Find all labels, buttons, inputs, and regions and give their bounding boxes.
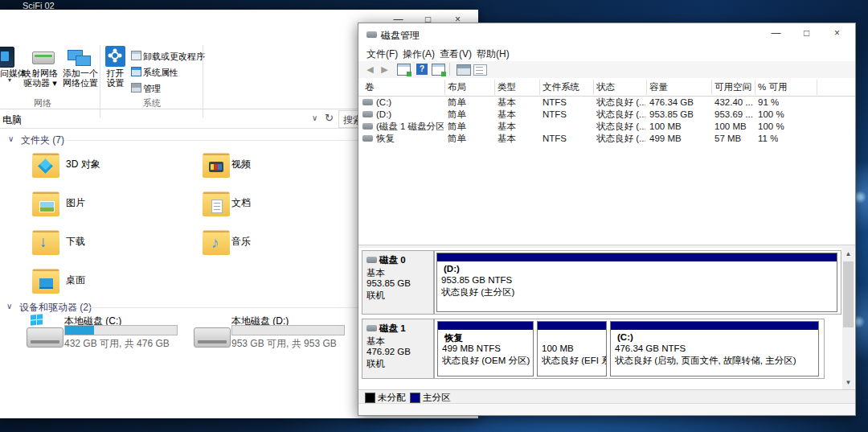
partition-d[interactable]: (D:) 953.85 GB NTFS 状态良好 (主分区) [436, 253, 837, 312]
open-settings-button[interactable] [105, 46, 125, 67]
dm-menubar: 文件(F) 操作(A) 查看(V) 帮助(H) [358, 45, 855, 61]
menu-help[interactable]: 帮助(H) [473, 47, 513, 62]
disk1-label-panel[interactable]: 磁盘 1 基本 476.92 GB 联机 [362, 319, 434, 379]
folder-label: 下载 [66, 235, 85, 249]
system-properties-button[interactable] [131, 67, 141, 76]
console-icon[interactable] [457, 64, 471, 76]
col-status[interactable]: 状态 [596, 80, 615, 95]
folder-icon [32, 155, 59, 178]
address-breadcrumb[interactable]: 电脑 [2, 113, 22, 127]
drive-tile-c[interactable]: 本地磁盘 (C:) 432 GB 可用, 共 476 GB [27, 314, 203, 359]
folder-icon [32, 194, 59, 216]
scroll-down-icon[interactable]: ▼ [842, 376, 854, 389]
folder-tile-pictures[interactable]: 图片 [32, 194, 193, 223]
chevron-down-icon: ▾ [8, 76, 11, 84]
folder-label: 视频 [231, 158, 251, 171]
gear-icon [105, 46, 125, 67]
system-properties-label[interactable]: 系统属性 [143, 67, 178, 79]
col-free-space[interactable]: 可用空间 [714, 80, 751, 95]
folders-section-title[interactable]: 文件夹 (7) [21, 134, 64, 147]
ribbon-separator [100, 45, 100, 117]
partition-recovery[interactable]: 恢复 499 MB NTFS 状态良好 (OEM 分区) [437, 321, 534, 376]
graphical-scrollbar[interactable]: ▲ ▼ [842, 248, 854, 389]
dm-minimize-button[interactable]: — [761, 26, 791, 41]
partition-efi[interactable]: 100 MB 状态良好 (EFI 系统 [537, 321, 607, 376]
monitor-icon [39, 278, 53, 289]
menu-file[interactable]: 文件(F) [363, 47, 401, 62]
ribbon-group-system: 系统 [129, 97, 175, 109]
devices-collapse-icon[interactable]: ∨ [6, 302, 12, 311]
uninstall-programs-label[interactable]: 卸载或更改程序 [143, 51, 205, 63]
legend-swatch-unallocated [365, 393, 375, 403]
scrollbar-thumb[interactable] [843, 261, 854, 327]
manage-icon [131, 83, 141, 93]
disk0-label-panel[interactable]: 磁盘 0 基本 953.85 GB 联机 [362, 250, 434, 315]
menu-view[interactable]: 查看(V) [436, 47, 475, 62]
manage-button[interactable] [131, 83, 141, 93]
folders-collapse-icon[interactable]: ∨ [8, 134, 14, 143]
volume-row[interactable]: (C:) 简单 基本 NTFS 状态良好 (... 476.34 GB 432.… [358, 97, 855, 109]
uninstall-programs-button[interactable] [131, 51, 141, 60]
folder-tile-desktop[interactable]: 桌面 [32, 271, 193, 300]
map-network-drive-label2[interactable]: 驱动器 ▾ [19, 77, 61, 89]
forward-icon[interactable]: ▶ [378, 63, 391, 76]
help-icon[interactable]: ? [416, 64, 428, 75]
access-media-button[interactable] [0, 47, 14, 68]
col-type[interactable]: 类型 [497, 80, 516, 95]
properties-icon[interactable] [473, 64, 487, 76]
volume-row[interactable]: (磁盘 1 磁盘分区 2) 简单 基本 状态良好 (... 100 MB 100… [358, 121, 855, 133]
folder-tile-downloads[interactable]: ↓ 下载 [32, 232, 193, 261]
folder-tile-music[interactable]: ♪ 音乐 [203, 232, 355, 261]
dm-window-title: 磁盘管理 [381, 29, 420, 43]
graphical-view-icon[interactable] [432, 64, 445, 76]
col-layout[interactable]: 布局 [448, 80, 466, 95]
dm-close-button[interactable]: × [822, 26, 852, 41]
windows-flag-icon [31, 314, 43, 326]
legend-label-unallocated: 未分配 [378, 392, 406, 404]
add-network-location-button[interactable] [68, 48, 92, 68]
volume-icon [362, 135, 373, 142]
col-filesystem[interactable]: 文件系统 [542, 80, 579, 95]
system-properties-icon [131, 67, 141, 76]
list-view-icon[interactable] [397, 64, 411, 76]
capacity-bar [64, 325, 178, 335]
folder-icon [203, 194, 230, 216]
devices-section-title[interactable]: 设备和驱动器 (2) [19, 301, 92, 315]
map-network-drive-button[interactable] [32, 51, 55, 64]
folder-tile-documents[interactable]: 文档 [203, 194, 355, 223]
folder-label: 音乐 [231, 235, 251, 249]
toolbar-separator [449, 63, 450, 76]
partition-color-bar [437, 253, 837, 261]
folder-label: 文档 [231, 196, 251, 210]
col-capacity[interactable]: 容量 [649, 80, 668, 95]
col-volume[interactable]: 卷 [365, 80, 375, 95]
manage-label[interactable]: 管理 [143, 83, 161, 95]
back-icon[interactable]: ◀ [363, 63, 377, 76]
disk1-partition-area: 恢复 499 MB NTFS 状态良好 (OEM 分区) 100 MB 状态良好… [434, 319, 825, 379]
drive-detail: 432 GB 可用, 共 476 GB [64, 337, 170, 351]
uninstall-icon [131, 51, 141, 60]
volume-icon [362, 111, 373, 117]
menu-action[interactable]: 操作(A) [399, 47, 438, 62]
folder-tile-videos[interactable]: 视频 [203, 155, 355, 184]
volume-row[interactable]: 恢复 简单 基本 NTFS 状态良好 (... 499 MB 57 MB 11 … [358, 133, 855, 145]
folder-label: 桌面 [66, 274, 85, 287]
folder-tile-3d-objects[interactable]: 3D 对象 [32, 155, 193, 184]
partition-color-bar [438, 322, 533, 330]
download-arrow-icon: ↓ [39, 233, 47, 251]
ribbon-separator-2 [203, 45, 203, 117]
drive-detail: 953 GB 可用, 共 953 GB [231, 337, 337, 351]
volume-row[interactable]: (D:) 简单 基本 NTFS 状态良好 (... 953.85 GB 953.… [358, 109, 855, 121]
folder-label: 图片 [66, 196, 85, 210]
volume-list: 卷 布局 类型 文件系统 状态 容量 可用空间 % 可用 (C:) 简单 基本 … [358, 78, 855, 245]
folder-icon: ↓ [32, 232, 59, 255]
scroll-up-icon[interactable]: ▲ [842, 248, 854, 261]
partition-c[interactable]: (C:) 476.34 GB NTFS 状态良好 (启动, 页面文件, 故障转储… [610, 321, 819, 376]
drive-tile-d[interactable]: 本地磁盘 (D:) 953 GB 可用, 共 953 GB [194, 314, 371, 359]
dm-status-strip [358, 403, 855, 415]
refresh-icon[interactable]: ↻ [325, 112, 334, 124]
dm-titlebar[interactable]: 磁盘管理 — □ × [358, 23, 855, 45]
dm-maximize-button[interactable]: □ [792, 26, 821, 41]
address-chevron-icon[interactable]: ∨ [312, 113, 317, 122]
col-percent-free[interactable]: % 可用 [758, 80, 787, 95]
